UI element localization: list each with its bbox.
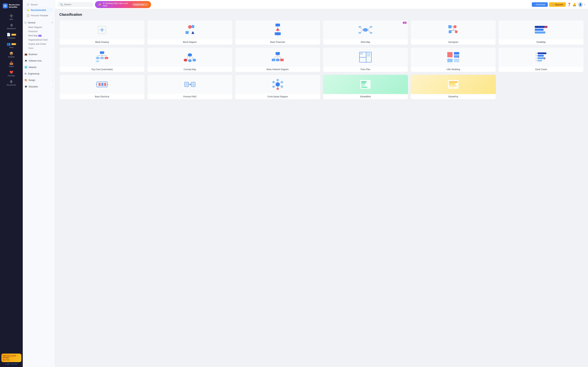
svg-rect-82 <box>104 83 106 86</box>
svg-line-100 <box>280 86 281 86</box>
nav-sub-flowchart[interactable]: Flowchart <box>23 29 55 33</box>
card-networkdiagram[interactable]: Basic Network Diagram <box>235 47 320 72</box>
business-section-label: Business <box>29 53 37 56</box>
svg-rect-63 <box>447 52 453 57</box>
svg-rect-105 <box>361 82 366 83</box>
svg-line-57 <box>278 55 282 59</box>
nav-section-general: ⬡General ▼ Basic Diagram Flowchart Mind … <box>23 19 55 51</box>
nav-section-design-header[interactable]: 🎨Design › <box>23 78 55 83</box>
engineering-section-label: Engineering <box>28 73 39 75</box>
card-orgchart[interactable]: Org Chart (Automated) <box>59 47 145 72</box>
svg-rect-53 <box>276 59 279 61</box>
nav-section-general-header[interactable]: ⬡General ▼ <box>23 20 55 25</box>
sidebar-item-import[interactable]: 📥 Import <box>1 60 21 69</box>
recycle-icon: 🗑 <box>10 80 13 83</box>
svg-point-93 <box>281 81 283 83</box>
card-flowchart[interactable]: Basic Flowchart <box>235 20 320 45</box>
card-conceptmap-image <box>147 48 232 67</box>
templates-badge: NEW <box>11 34 16 36</box>
svg-point-13 <box>363 28 368 32</box>
card-edrawproj[interactable]: Recommended EdrawProj <box>411 75 496 100</box>
card-genogram[interactable]: Genogram <box>411 20 496 45</box>
download-button[interactable]: ↓ Download <box>532 2 548 7</box>
sidebar-item-workbench[interactable]: 🖥 Workbench <box>1 22 21 31</box>
nav-section-network-header[interactable]: 🌐Network › <box>23 65 55 70</box>
ai-banner-cta[interactable]: Create Now → <box>132 3 148 6</box>
nav-sub-mindmap[interactable]: Mind Map AI <box>23 33 55 38</box>
svg-rect-112 <box>449 85 456 86</box>
user-avatar[interactable]: 👤 <box>578 2 583 7</box>
card-electrical-image <box>60 75 145 94</box>
svg-rect-27 <box>449 30 451 33</box>
chevron-down-icon[interactable]: ▾ <box>584 3 585 5</box>
sidebar-item-recycle[interactable]: 🗑 Recycle Bin <box>1 78 21 87</box>
card-block-image <box>147 20 232 40</box>
card-floorplan[interactable]: Floor Plan <box>323 47 408 72</box>
sidebar-item-favorites[interactable]: ❤️ Favorites <box>1 69 21 78</box>
search-bar[interactable]: 🔍 <box>58 2 93 7</box>
ai-banner[interactable]: ✨ AI drawing helps open your mind Create… <box>95 1 151 8</box>
svg-line-55 <box>274 55 278 59</box>
sidebar-item-team[interactable]: 👥 NEW Team <box>1 41 21 50</box>
help-icon[interactable]: ❓ <box>567 3 571 7</box>
svg-rect-41 <box>105 57 108 59</box>
svg-rect-67 <box>454 59 459 62</box>
app-name: WondershareEdrawMax <box>9 4 20 8</box>
card-gantt[interactable]: Gantt Charts <box>498 47 584 72</box>
card-circlespoke[interactable]: Circle-Spoke Diagram <box>235 75 320 100</box>
workbench-icon: 🖥 <box>10 23 13 27</box>
card-mindmap[interactable]: AI Mind Map <box>323 20 408 45</box>
card-edrawmind[interactable]: Recommended EdrawMind <box>323 75 408 100</box>
card-orgchart-label: Org Chart (Automated) <box>60 67 145 72</box>
diagram-grid: Blank Drawing Block Diagram <box>59 20 584 100</box>
network-section-label: Network <box>29 66 36 68</box>
sidebar-item-new[interactable]: ➕ New <box>1 13 21 22</box>
nav-sub-form[interactable]: Form <box>23 46 55 50</box>
card-roadmap[interactable]: RoadMap <box>498 20 584 45</box>
nav-item-personal[interactable]: 📋 Personal Template <box>25 13 53 18</box>
nav-sub-orgchart[interactable]: Organizational Chart <box>23 38 55 42</box>
svg-rect-22 <box>448 25 451 28</box>
card-uml-image <box>411 48 496 67</box>
import-icon: 📥 <box>9 61 13 65</box>
search-input[interactable] <box>64 3 91 6</box>
upgrade-button[interactable]: 🛒 Upgrade <box>549 2 566 7</box>
nav-section-education-header[interactable]: 🎓Education › <box>23 84 55 89</box>
engineering-chevron-icon: › <box>53 73 53 75</box>
nav-section-business-header[interactable]: 💼Business › <box>23 52 55 57</box>
sidebar-item-templates[interactable]: 📄 NEW Templates <box>1 31 21 40</box>
card-mindmap-image: AI <box>323 20 408 40</box>
svg-point-45 <box>184 59 187 61</box>
storage-info: 0.00M / 100.00M <box>1 363 21 365</box>
svg-line-103 <box>275 83 276 83</box>
nav-item-recommended[interactable]: ⭐ Recommended <box>25 8 53 13</box>
nav-sub-basic-diagram[interactable]: Basic Diagram <box>23 25 55 29</box>
buy-now-link[interactable]: Buy Now <box>3 359 20 361</box>
nav-item-recent[interactable]: 🕐 Recent <box>25 2 53 7</box>
card-uml[interactable]: UML Modeling <box>411 47 496 72</box>
card-floorplan-image <box>323 48 408 67</box>
nav-section-software-header[interactable]: 💻Software And... › <box>23 58 55 63</box>
card-processpid[interactable]: Process P&ID <box>147 75 233 100</box>
svg-point-3 <box>188 25 192 29</box>
download-label: ↓ Download <box>534 3 545 6</box>
sidebar-item-dropbox[interactable]: 📦 Dropbox <box>1 50 21 59</box>
nav-section-engineering-header[interactable]: ⚙Engineering › <box>23 71 55 76</box>
logo-area[interactable]: W WondershareEdrawMax <box>1 2 22 10</box>
card-uml-label: UML Modeling <box>411 67 496 72</box>
nav-sub-graphs[interactable]: Graphs and Charts <box>23 42 55 46</box>
svg-rect-86 <box>185 83 188 86</box>
svg-rect-54 <box>280 59 284 61</box>
card-blank[interactable]: Blank Drawing <box>59 20 145 45</box>
card-block[interactable]: Block Diagram <box>147 20 233 45</box>
card-conceptmap[interactable]: Concept Map <box>147 47 233 72</box>
svg-rect-108 <box>361 87 367 88</box>
design-chevron-icon: › <box>53 79 53 81</box>
svg-rect-33 <box>100 51 104 54</box>
svg-marker-90 <box>190 83 191 85</box>
notification-icon[interactable]: 🔔 <box>572 3 576 7</box>
card-edrawmind-label: EdrawMind <box>323 94 408 99</box>
templates-icon: 📄 <box>7 33 10 36</box>
card-electrical[interactable]: Basic Electrical <box>59 75 145 100</box>
cloud-storage-banner[interactable]: Need more Cloud Storage? Buy Now <box>1 354 21 362</box>
